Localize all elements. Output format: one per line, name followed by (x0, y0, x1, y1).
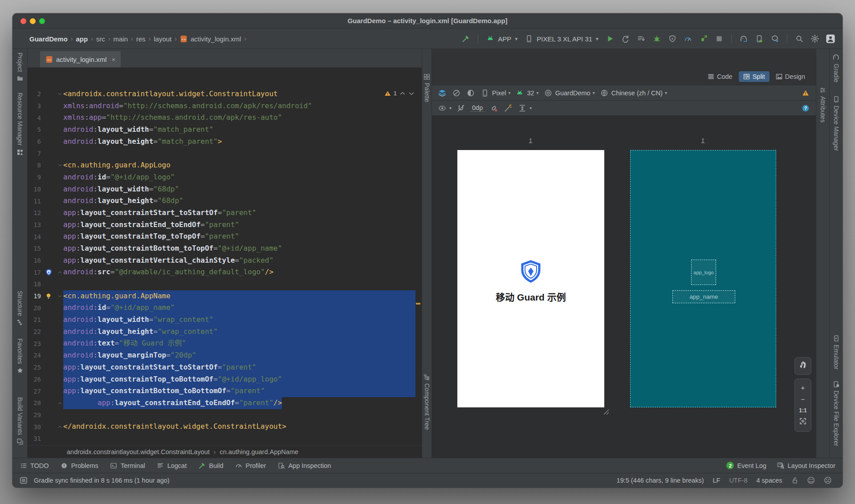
gradle-sync-button[interactable] (739, 34, 749, 44)
sidebar-item-structure[interactable]: Structure (12, 291, 27, 326)
attributes-tab[interactable]: Attributes (816, 87, 829, 122)
resize-handle[interactable] (603, 408, 610, 417)
zoom-in-button[interactable]: + (801, 384, 805, 391)
zoom-ratio-button[interactable]: 1:1 (799, 407, 806, 414)
render-warning-icon[interactable] (801, 88, 810, 98)
code-line-20[interactable]: 20 android:id="@+id/app_name" (28, 302, 415, 314)
stop-button[interactable] (714, 34, 724, 44)
code-line-30[interactable]: 30</androidx.constraintlayout.widget.Con… (28, 421, 415, 433)
mode-design-button[interactable]: Design (771, 71, 810, 82)
component-tree-tab[interactable]: Component Tree (422, 374, 432, 430)
event-log-button[interactable]: 2 Event Log (726, 462, 766, 469)
profile-button[interactable] (683, 34, 693, 44)
breadcrumb-item-app[interactable]: app (76, 35, 88, 43)
sdk-manager-button[interactable] (770, 34, 780, 44)
line-ending[interactable]: LF (712, 477, 720, 484)
tab-activity-login-xml[interactable]: <> activity_login.xml × (40, 51, 121, 67)
design-preview-screen[interactable]: 移动 Guard 示例 (457, 150, 604, 407)
run-config-select[interactable]: APP ▼ (485, 34, 518, 44)
code-line-22[interactable]: 22 android:layout_height="wrap_content" (28, 326, 415, 338)
sidebar-item-gradle[interactable]: Gradle (830, 53, 843, 82)
toolwindow-tab-terminal[interactable]: Terminal (110, 462, 145, 469)
apply-code-changes-button[interactable] (668, 34, 677, 44)
scrollbar-warning-mark[interactable] (416, 303, 420, 305)
minimize-window-button[interactable] (30, 18, 36, 24)
view-options-button[interactable]: ▾ (437, 103, 452, 113)
code-line-14[interactable]: 14 app:layout_constraintTop_toTopOf="par… (28, 231, 415, 243)
code-line-19[interactable]: 19 <cn.authing.guard.AppName (28, 290, 415, 302)
bulb-icon[interactable] (41, 293, 56, 300)
layout-inspector-button[interactable]: Layout Inspector (777, 462, 835, 469)
breadcrumb-item-layout[interactable]: layout (154, 35, 171, 43)
feedback-smile-icon[interactable]: ☺ (807, 476, 815, 485)
code-line-8[interactable]: 8 <cn.authing.guard.AppLogo (28, 159, 415, 171)
toolwindow-tab-logcat[interactable]: Logcat (157, 462, 187, 469)
profile-low-overhead-button[interactable] (699, 34, 708, 44)
code-line-31[interactable]: 31 (28, 433, 415, 445)
code-line-21[interactable]: 21 android:layout_width="wrap_content" (28, 314, 415, 326)
settings-button[interactable] (810, 34, 820, 44)
code-line-23[interactable]: 23 android:text="移动 Guard 示例" (28, 337, 415, 350)
sidebar-item-build-variants[interactable]: Build Variants (12, 397, 27, 445)
autoconnect-icon[interactable] (456, 103, 466, 113)
breadcrumb-item[interactable]: cn.authing.guard.AppName (220, 448, 298, 455)
code-line-16[interactable]: 16 app:layout_constraintVertical_chainSt… (28, 255, 415, 267)
design-surface-icon[interactable] (437, 88, 447, 98)
zoom-window-button[interactable] (39, 18, 45, 24)
palette-tab[interactable]: Palette (422, 73, 432, 102)
fold-marker-icon[interactable] (56, 270, 63, 275)
file-encoding[interactable]: UTF-8 (729, 477, 747, 484)
code-line-13[interactable]: 13 app:layout_constraintEnd_toEndOf="par… (28, 219, 415, 231)
night-mode-icon[interactable] (466, 88, 476, 98)
editor-breadcrumb[interactable]: androidx.constraintlayout.widget.Constra… (28, 445, 422, 458)
breadcrumb[interactable]: GuardDemo›app›src›main›res›layout›<>acti… (29, 35, 246, 43)
toolwindow-tab-todo[interactable]: TODO (20, 462, 49, 469)
debug-button[interactable] (652, 34, 662, 44)
code-line-29[interactable]: 29 (28, 409, 415, 421)
feedback-frown-icon[interactable]: ☹ (824, 476, 832, 485)
app-name-text[interactable]: 移动 Guard 示例 (457, 290, 604, 303)
code-line-15[interactable]: 15 app:layout_constraintBottom_toTopOf="… (28, 243, 415, 255)
code-line-10[interactable]: 10 android:layout_width="68dp" (28, 183, 415, 195)
device-select[interactable]: PIXEL 3 XL API 31 ▼ (524, 34, 599, 44)
code-line-12[interactable]: 12 app:layout_constraintStart_toStartOf=… (28, 207, 415, 219)
code-line-4[interactable]: 4 xmlns:app="http://schemas.android.com/… (28, 112, 415, 124)
sidebar-item-favorites[interactable]: Favorites (12, 338, 27, 374)
code-line-6[interactable]: 6 android:layout_height="match_parent"> (28, 136, 415, 148)
close-window-button[interactable] (20, 18, 26, 24)
blueprint-app-name[interactable]: app_name (672, 290, 735, 303)
app-logo-image[interactable] (520, 260, 542, 286)
fold-marker-icon[interactable] (56, 92, 63, 97)
blueprint-screen[interactable]: app_logo app_name (630, 150, 776, 407)
mode-code-button[interactable]: Code (703, 71, 737, 82)
prev-warning-button[interactable] (399, 90, 406, 97)
apply-changes-button[interactable] (636, 34, 646, 44)
breadcrumb-item[interactable]: androidx.constraintlayout.widget.Constra… (67, 448, 210, 455)
breadcrumb-item-activity-login-xml[interactable]: activity_login.xml (191, 35, 241, 43)
blueprint-app-logo[interactable]: app_logo (691, 260, 716, 285)
code-line-2[interactable]: 2<androidx.constraintlayout.widget.Const… (28, 88, 415, 100)
sidebar-item-resource-manager[interactable]: Resource Manager (12, 93, 27, 156)
fold-marker-icon[interactable] (56, 401, 63, 406)
code-line-27[interactable]: 27 app:layout_constraintBottom_toBottomO… (28, 385, 415, 397)
mode-split-button[interactable]: Split (739, 71, 770, 82)
theme-picker[interactable]: GuardDemo▾ (543, 88, 595, 98)
code-line-18[interactable]: 18 (28, 278, 415, 290)
device-picker[interactable]: Pixel▾ (480, 88, 510, 98)
zoom-to-fit-button[interactable] (799, 418, 806, 427)
attach-debugger-button[interactable] (621, 34, 631, 44)
code-line-5[interactable]: 5 android:layout_width="match_parent" (28, 124, 415, 136)
inspection-widget[interactable]: 1 (384, 90, 415, 97)
help-icon[interactable]: ? (801, 103, 810, 113)
tool-window-toggle-icon[interactable] (20, 476, 28, 484)
sidebar-item-device-manager[interactable]: Device Manager (830, 95, 843, 151)
run-button[interactable] (605, 34, 615, 44)
code-line-26[interactable]: 26 app:layout_constraintTop_toBottomOf="… (28, 374, 415, 386)
code-editor[interactable]: 2<androidx.constraintlayout.widget.Const… (28, 68, 422, 445)
next-warning-button[interactable] (408, 90, 415, 97)
code-line-28[interactable]: 28 app:layout_constraintEnd_toEndOf="par… (28, 397, 415, 409)
search-everywhere-button[interactable] (794, 34, 804, 44)
code-line-25[interactable]: 25 app:layout_constraintStart_toStartOf=… (28, 362, 415, 374)
code-line-24[interactable]: 24 android:layout_marginTop="20dp" (28, 350, 415, 362)
code-line-11[interactable]: 11 android:layout_height="68dp" (28, 195, 415, 207)
